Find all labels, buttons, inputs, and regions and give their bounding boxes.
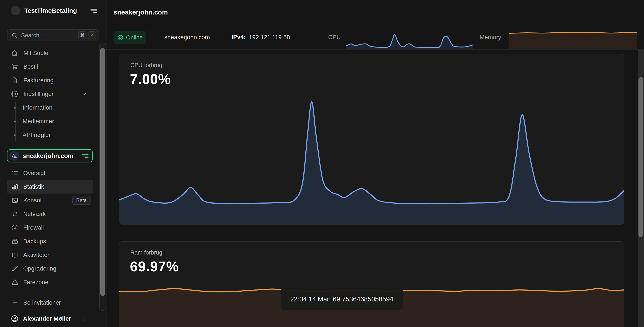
sidebar-item-label: Aktiviteter	[23, 251, 50, 258]
sidebar-item-mit-suble[interactable]: Mit Suble	[0, 46, 98, 60]
app-window: TestTimeBetaling Search... ⌘ K	[0, 0, 644, 327]
ip-label: IPv4:	[232, 34, 246, 41]
sidebar-item-opgradering[interactable]: Opgradering	[7, 262, 93, 275]
cpu-area-chart[interactable]	[119, 94, 624, 225]
sidebar-main-nav: Mit Suble Bestil Fakturering	[0, 46, 98, 142]
sidebar-item-oversigt[interactable]: Oversigt	[7, 166, 93, 180]
sidebar-subitem-api-nogler[interactable]: API nøgler	[0, 128, 98, 142]
sidebar-item-indstillinger[interactable]: Indstillinger	[0, 87, 98, 101]
sidebar-item-label: Konsol	[23, 197, 42, 204]
main-scrollbar-thumb[interactable]	[638, 77, 643, 237]
invitations-label: Se invitationer	[23, 299, 61, 306]
beta-badge: Beta	[72, 196, 90, 205]
brand-avatar	[11, 6, 20, 15]
status-badge: Online	[114, 31, 146, 44]
chevron-down-icon[interactable]	[81, 91, 87, 97]
cpu-sparkline-chart	[346, 31, 474, 49]
memory-sparkline-chart	[509, 31, 638, 49]
book-icon	[11, 251, 18, 259]
sidebar-subitem-information[interactable]: Information	[0, 101, 98, 115]
sidebar-item-label: Backups	[23, 238, 46, 245]
sidebar-item-konsol[interactable]: Konsol Beta	[7, 194, 93, 207]
memory-spark-label: Memory	[480, 34, 501, 41]
sidebar-item-backups[interactable]: Backups	[7, 234, 93, 248]
sidebar-collapse-icon[interactable]	[90, 7, 98, 15]
sidebar-subitem-label: Medlemmer	[22, 118, 54, 125]
sidebar-item-farezone[interactable]: Farezone	[7, 275, 93, 289]
sidebar-item-label: Oversigt	[23, 170, 45, 176]
chart-tooltip: 22:34 14 Mar: 69.75364685058594	[280, 289, 403, 310]
home-icon	[11, 50, 18, 57]
k-key: K	[88, 31, 96, 40]
archive-icon	[11, 238, 18, 245]
ram-usage-card: Ram forbrug 69.97%	[119, 241, 624, 327]
search-shortcut: ⌘ K	[78, 31, 96, 40]
sidebar-item-aktiviteter[interactable]: Aktiviteter	[7, 248, 93, 262]
ip-value: 192.121.119.58	[249, 34, 290, 41]
cpu-usage-card: CPU forbrug 7.00%	[119, 54, 624, 225]
sidebar-subitem-medlemmer[interactable]: Medlemmer	[0, 115, 98, 128]
status-icon	[117, 34, 124, 41]
pencil-icon	[11, 265, 18, 272]
search-input[interactable]: Search... ⌘ K	[7, 30, 99, 41]
statusbar-domain: sneakerjohn.com	[164, 34, 210, 41]
invoice-icon	[11, 77, 18, 84]
gear-icon	[11, 90, 18, 98]
statusbar: Online sneakerjohn.com IPv4: 192.121.119…	[107, 26, 644, 50]
sidebar-item-label: Indstillinger	[24, 91, 54, 97]
sidebar-item-label: Bestil	[24, 63, 38, 70]
user-name: Alexander Møller	[23, 315, 71, 322]
sidebar-item-firewall[interactable]: Firewall	[7, 221, 93, 234]
sidebar-subitem-label: API nøgler	[22, 132, 51, 138]
sidebar-item-bestil[interactable]: Bestil	[0, 60, 98, 74]
arrows-swap-icon	[11, 210, 18, 218]
invitations-button[interactable]: Se invitationer	[7, 297, 93, 309]
search-icon	[11, 32, 18, 39]
sidebar-item-label: Fakturering	[24, 77, 54, 84]
cmd-key: ⌘	[78, 31, 86, 40]
sidebar-item-netvaerk[interactable]: Netværk	[7, 207, 93, 221]
sidebar-item-label: Opgradering	[23, 265, 56, 272]
ram-card-label: Ram forbrug	[130, 249, 162, 256]
list-icon	[11, 169, 18, 177]
kebab-menu-icon[interactable]	[82, 315, 88, 322]
subnav-rail	[15, 102, 16, 142]
sidebar-item-label: Farezone	[23, 279, 48, 286]
sidebar-subitem-label: Information	[22, 104, 52, 111]
page-title: sneakerjohn.com	[114, 9, 168, 16]
status-label: Online	[126, 34, 143, 41]
cpu-card-label: CPU forbrug	[130, 62, 162, 69]
sidebar-item-fakturering[interactable]: Fakturering	[0, 74, 98, 87]
sidebar-item-label: Netværk	[23, 211, 46, 217]
main-area: sneakerjohn.com Online sneakerjohn.com I…	[107, 0, 644, 327]
ram-card-value: 69.97%	[130, 258, 179, 274]
cart-icon	[11, 63, 18, 70]
mountain-logo-icon	[9, 151, 19, 161]
titlebar: sneakerjohn.com	[107, 0, 644, 25]
server-name: sneakerjohn.com	[22, 152, 74, 159]
sidebar-item-label: Firewall	[23, 224, 44, 231]
search-placeholder: Search...	[21, 32, 44, 39]
sidebar-item-label: Statistik	[23, 183, 44, 190]
chart-tooltip-text: 22:34 14 Mar: 69.75364685058594	[290, 295, 393, 303]
brand-name: TestTimeBetaling	[24, 7, 77, 14]
user-circle-icon	[11, 315, 19, 323]
sidebar-item-label: Mit Suble	[24, 50, 48, 57]
plus-icon	[11, 299, 18, 306]
sidebar-divider	[6, 309, 93, 309]
brand: TestTimeBetaling	[11, 6, 98, 16]
scan-icon	[11, 224, 18, 231]
server-menu-icon[interactable]	[82, 152, 89, 160]
terminal-icon	[11, 197, 18, 204]
sidebar-item-statistik[interactable]: Statistik	[7, 180, 93, 194]
server-nav: Oversigt Statistik Konsol Beta	[7, 166, 93, 289]
cpu-card-value: 7.00%	[130, 71, 171, 87]
warning-icon	[11, 279, 18, 286]
cpu-spark-label: CPU	[328, 34, 341, 41]
sidebar-scrollbar-thumb[interactable]	[100, 48, 105, 296]
bar-chart-icon	[11, 183, 18, 190]
sidebar: TestTimeBetaling Search... ⌘ K	[0, 0, 106, 327]
user-menu[interactable]: Alexander Møller	[0, 311, 98, 326]
server-selector[interactable]: sneakerjohn.com	[7, 149, 93, 162]
